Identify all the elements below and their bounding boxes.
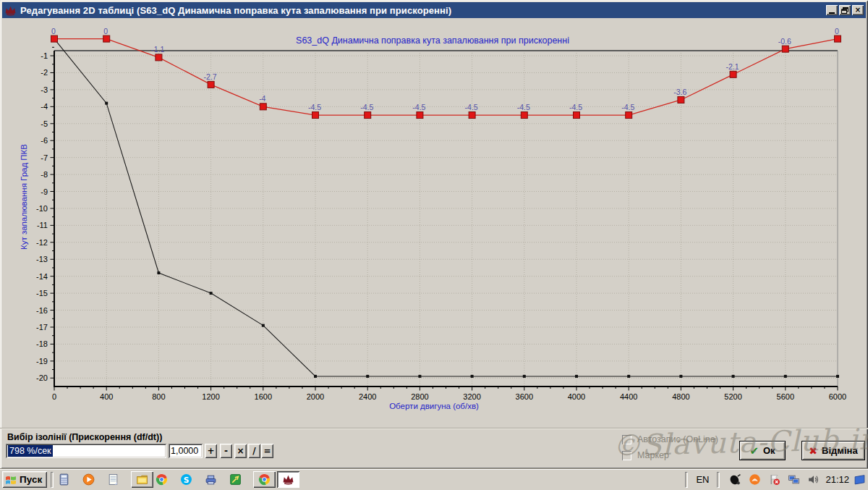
minimize-button[interactable] bbox=[826, 5, 838, 15]
point-marker[interactable] bbox=[210, 292, 213, 295]
plus-button[interactable]: + bbox=[205, 444, 217, 458]
point-label: -4.5 bbox=[621, 103, 634, 111]
printer-icon[interactable] bbox=[204, 471, 217, 488]
point-marker[interactable] bbox=[314, 375, 317, 378]
isoline-selected-value[interactable]: 798 %/сек bbox=[8, 445, 53, 457]
point-marker[interactable] bbox=[103, 35, 110, 42]
minus-button[interactable]: - bbox=[220, 444, 232, 458]
point-marker[interactable] bbox=[418, 375, 421, 378]
svg-text:400: 400 bbox=[100, 392, 113, 401]
window-title: Редагування 2D таблиці (S63_dQ Динамична… bbox=[20, 5, 451, 16]
avast-icon[interactable] bbox=[749, 473, 761, 486]
media-player-icon[interactable] bbox=[82, 471, 95, 488]
network-icon[interactable] bbox=[788, 473, 800, 486]
point-marker[interactable] bbox=[157, 271, 160, 274]
cancel-button[interactable]: ✖ Відміна bbox=[801, 441, 865, 460]
calculator-icon[interactable] bbox=[57, 471, 70, 488]
svg-text:-13: -13 bbox=[36, 255, 48, 263]
isoline-group-label: Вибір ізолінії (Прискорення (df/dt)) bbox=[7, 432, 162, 442]
point-marker[interactable] bbox=[575, 375, 578, 378]
divide-button[interactable]: / bbox=[248, 444, 260, 458]
volume-icon[interactable] bbox=[807, 473, 820, 486]
ok-button[interactable]: ✔ Ок bbox=[739, 441, 786, 460]
app-crown-icon bbox=[4, 4, 17, 17]
show-desktop-icon[interactable] bbox=[854, 473, 866, 486]
gridlines bbox=[54, 51, 838, 386]
marker-label: Маркер bbox=[637, 450, 669, 460]
taskbar-clock[interactable]: 21:12 bbox=[825, 474, 849, 485]
point-marker[interactable] bbox=[312, 112, 319, 119]
point-marker[interactable] bbox=[262, 324, 265, 327]
point-marker[interactable] bbox=[627, 375, 630, 378]
tray-grip bbox=[685, 472, 688, 488]
desktop-screen: Редагування 2D таблиці (S63_dQ Динамична… bbox=[0, 0, 868, 490]
minimize-icon bbox=[829, 12, 835, 14]
svg-text:5200: 5200 bbox=[724, 392, 741, 401]
language-indicator[interactable]: EN bbox=[692, 474, 713, 485]
factor-input[interactable]: 1,0000 bbox=[169, 444, 203, 458]
point-marker[interactable] bbox=[574, 112, 580, 119]
point-label: -2.7 bbox=[204, 72, 217, 81]
close-button[interactable]: × bbox=[852, 5, 864, 15]
point-marker[interactable] bbox=[523, 375, 526, 378]
point-marker[interactable] bbox=[260, 104, 266, 110]
point-marker[interactable] bbox=[782, 46, 788, 52]
point-marker[interactable] bbox=[105, 102, 108, 105]
chart-title: S63_dQ Динамична поправка кута запалюван… bbox=[296, 35, 569, 46]
point-marker[interactable] bbox=[366, 375, 369, 378]
system-tray bbox=[723, 471, 822, 488]
point-marker[interactable] bbox=[521, 112, 527, 119]
point-marker[interactable] bbox=[156, 54, 162, 61]
svg-text:4000: 4000 bbox=[568, 392, 585, 401]
chart-2d-table-editor[interactable]: -1-2-3-4-5-6-7-8-9-10-11-12-13-14-15-16-… bbox=[0, 18, 868, 428]
point-label: -4.5 bbox=[465, 103, 478, 111]
svg-text:-17: -17 bbox=[36, 323, 48, 331]
taskbar-grip[interactable] bbox=[51, 472, 54, 488]
skype-icon[interactable]: S bbox=[179, 471, 192, 488]
svg-text:3200: 3200 bbox=[463, 392, 480, 401]
chrome-icon[interactable] bbox=[155, 471, 168, 488]
point-marker[interactable] bbox=[626, 112, 632, 119]
file-manager-icon[interactable] bbox=[131, 471, 153, 488]
point-marker[interactable] bbox=[679, 375, 682, 378]
point-marker[interactable] bbox=[471, 375, 474, 378]
point-marker[interactable] bbox=[730, 71, 736, 77]
equals-button[interactable]: = bbox=[261, 444, 273, 458]
point-marker[interactable] bbox=[208, 81, 214, 88]
x-icon: ✖ bbox=[809, 445, 817, 457]
svg-text:4400: 4400 bbox=[620, 392, 637, 401]
point-marker[interactable] bbox=[836, 375, 839, 378]
title-bar[interactable]: Редагування 2D таблиці (S63_dQ Динамична… bbox=[2, 2, 866, 18]
svg-text:-15: -15 bbox=[36, 289, 48, 297]
point-marker[interactable] bbox=[732, 375, 735, 378]
x-axis-label: Оберти двигуна (об/хв) bbox=[389, 402, 479, 410]
slavuta-crown-icon[interactable] bbox=[277, 471, 299, 488]
chrome-icon[interactable] bbox=[253, 471, 276, 488]
point-marker[interactable] bbox=[365, 112, 371, 119]
satellite-icon[interactable] bbox=[729, 473, 741, 486]
point-marker[interactable] bbox=[835, 35, 841, 42]
point-marker[interactable] bbox=[417, 112, 423, 119]
autosave-checkbox[interactable] bbox=[622, 435, 631, 444]
multiply-button[interactable]: × bbox=[234, 444, 247, 458]
restore-button[interactable] bbox=[839, 5, 851, 15]
svg-text:-1: -1 bbox=[41, 51, 48, 60]
svg-text:-9: -9 bbox=[41, 187, 48, 196]
notepad-icon[interactable] bbox=[106, 471, 119, 488]
security-alert-icon[interactable] bbox=[768, 473, 780, 486]
svg-text:-19: -19 bbox=[36, 357, 48, 366]
point-label: -4.5 bbox=[412, 103, 425, 111]
point-label: -2.1 bbox=[726, 62, 739, 71]
maps-icon[interactable] bbox=[229, 471, 242, 488]
isoline-select-input[interactable]: 798 %/сек bbox=[6, 444, 166, 458]
taskbar: Пуск S EN 21:12 bbox=[0, 469, 868, 490]
point-marker[interactable] bbox=[469, 112, 475, 119]
autosave-label: Автозапис (OnLine) bbox=[637, 434, 718, 444]
point-marker[interactable] bbox=[51, 35, 58, 42]
point-marker[interactable] bbox=[678, 96, 684, 103]
marker-checkbox[interactable] bbox=[622, 451, 631, 460]
point-marker[interactable] bbox=[784, 375, 787, 378]
marker-row: Маркер bbox=[622, 450, 669, 460]
point-label: -4.5 bbox=[308, 103, 321, 111]
start-button[interactable]: Пуск bbox=[2, 471, 47, 488]
